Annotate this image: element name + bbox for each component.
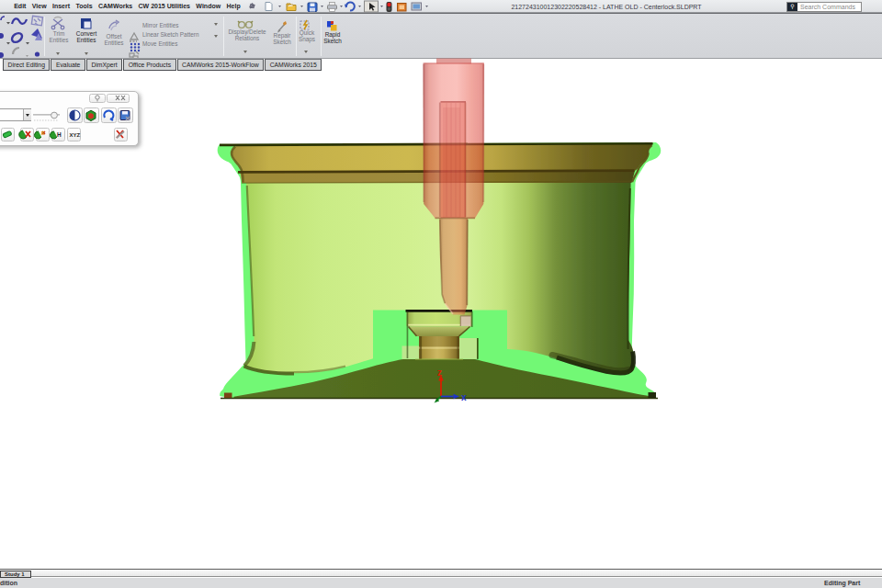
- svg-text:z: z: [437, 368, 442, 378]
- svg-text:H: H: [57, 131, 62, 138]
- svg-text:R: R: [41, 130, 45, 136]
- svg-text:XYZ: XYZ: [70, 132, 81, 138]
- svg-text:x: x: [461, 392, 467, 402]
